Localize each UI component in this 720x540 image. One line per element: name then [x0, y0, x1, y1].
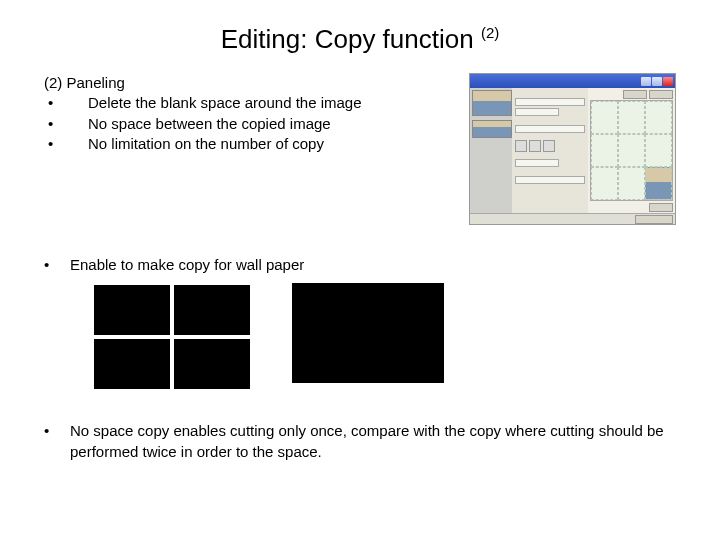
bullet-mark: • [44, 114, 74, 134]
sub-bullet-2: • No space between the copied image [44, 114, 457, 134]
sub-bullet-3: • No limitation on the number of copy [44, 134, 457, 154]
toolbar-button [649, 203, 673, 212]
sub-bullet-1: • Delete the blank space around the imag… [44, 93, 457, 113]
thumbnail-pane [470, 88, 512, 213]
bullet-text: No space copy enables cutting only once,… [70, 421, 676, 462]
bullet-text: Delete the blank space around the image [74, 93, 457, 113]
mid-bullet: • Enable to make copy for wall paper [44, 255, 676, 275]
close-icon [663, 77, 673, 86]
tile-image [174, 339, 250, 389]
thumbnail-image [472, 90, 512, 116]
app-screenshot [469, 73, 676, 225]
top-text-block: (2) Paneling • Delete the blank space ar… [44, 73, 457, 154]
bullet-text: No limitation on the number of copy [74, 134, 457, 154]
preview-pane [588, 88, 675, 213]
bullet-mark: • [44, 93, 74, 113]
tile-image [292, 283, 368, 333]
title-superscript: (2) [481, 24, 499, 41]
tile-image [94, 285, 170, 335]
bullet-text: No space between the copied image [74, 114, 457, 134]
minimize-icon [641, 77, 651, 86]
paneling-heading: (2) Paneling [44, 73, 457, 93]
title-main: Editing: Copy function [221, 24, 481, 54]
tile-image [174, 285, 250, 335]
bullet-mark: • [44, 255, 70, 275]
bullet-mark: • [44, 421, 70, 462]
window-titlebar [470, 74, 675, 88]
bullet-mark: • [44, 134, 74, 154]
panel-with-gaps [92, 283, 252, 391]
thumbnail-image [472, 120, 512, 138]
toolbar-button [623, 90, 647, 99]
tile-comparison-row [44, 283, 676, 391]
panel-without-gaps [292, 283, 444, 391]
bullet-text: Enable to make copy for wall paper [70, 255, 676, 275]
preview-tile-image [645, 167, 672, 200]
tile-image [368, 283, 444, 333]
preview-canvas [590, 100, 673, 201]
status-button [635, 215, 673, 224]
bottom-bullet: • No space copy enables cutting only onc… [44, 421, 676, 462]
maximize-icon [652, 77, 662, 86]
toolbar-button [649, 90, 673, 99]
tile-image [94, 339, 170, 389]
tile-image [368, 333, 444, 383]
tile-image [292, 333, 368, 383]
slide-title: Editing: Copy function (2) [44, 24, 676, 55]
settings-pane [512, 88, 588, 213]
status-bar [470, 213, 675, 224]
